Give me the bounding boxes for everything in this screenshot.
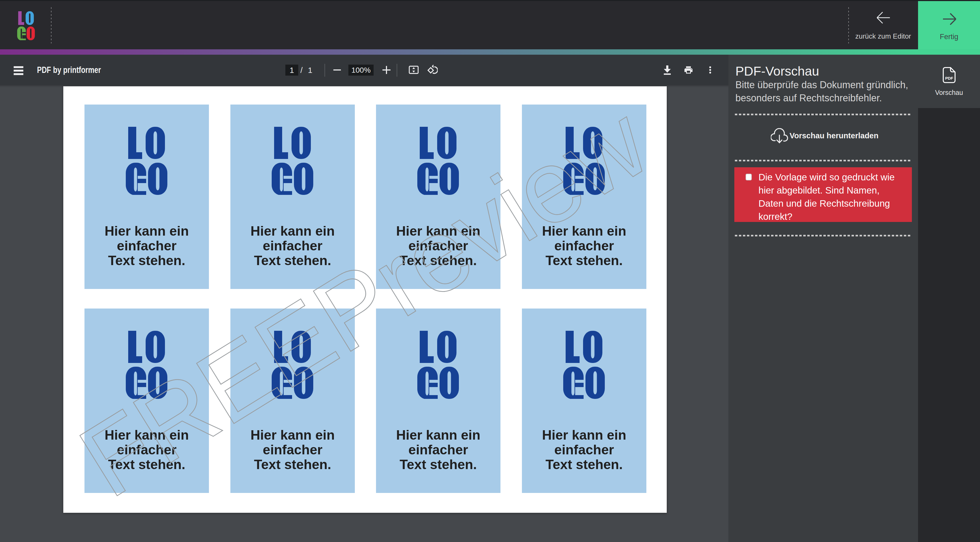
- svg-text:PDF: PDF: [945, 76, 953, 80]
- svg-text:FREEPreview: FREEPreview: [63, 86, 667, 513]
